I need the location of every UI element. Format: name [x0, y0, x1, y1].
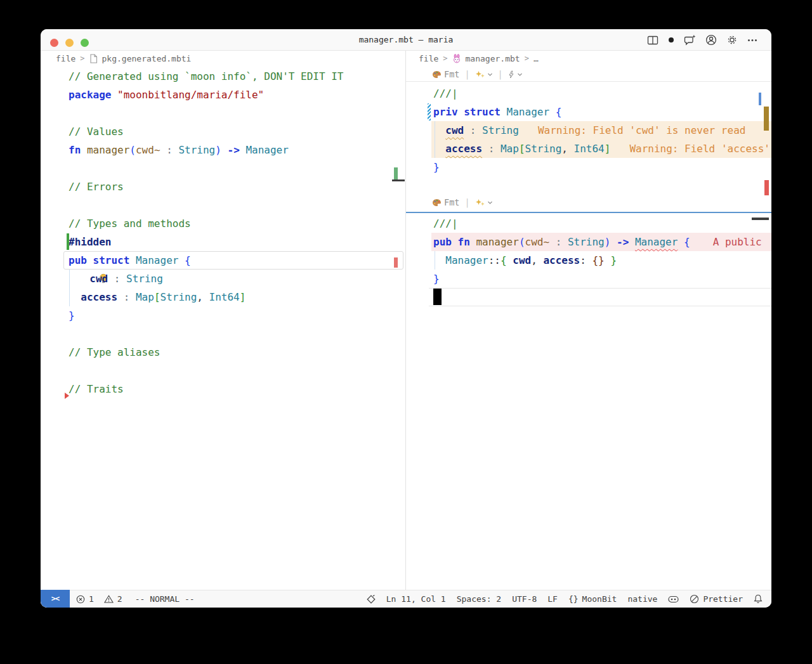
code-token: )	[215, 144, 221, 156]
code-token: // Traits	[69, 383, 124, 395]
code-line[interactable]: pub struct Manager {	[41, 251, 405, 270]
code-line[interactable]	[41, 325, 405, 343]
code-line[interactable]: }	[406, 158, 771, 176]
breadcrumb-file[interactable]: pkg.generated.mbti	[102, 54, 192, 63]
code-token: {}	[592, 254, 604, 266]
target-indicator[interactable]: native	[627, 594, 657, 604]
settings-gear-icon[interactable]	[726, 34, 738, 46]
gutter-arrow-marker	[65, 393, 69, 399]
code-line[interactable]	[41, 361, 405, 380]
codelens-bolt-button[interactable]	[508, 70, 523, 79]
code-line[interactable]: pub fn manager(cwd~ : String) -> Manager…	[406, 233, 771, 251]
code-line[interactable]: // Traits	[41, 380, 405, 398]
warning-triangle-icon	[104, 595, 114, 603]
code-line[interactable]: // Type aliases	[41, 343, 405, 361]
codelens-fmt-button[interactable]: Fmt	[432, 69, 459, 79]
eol-indicator[interactable]: LF	[547, 594, 558, 604]
line-col-indicator[interactable]: Ln 11, Col 1	[386, 594, 446, 604]
code-line[interactable]: cwd : StringWarning: Field 'cwd' is neve…	[406, 121, 771, 140]
code-line[interactable]: package "moonbitlang/maria/file"	[41, 86, 405, 104]
code-line[interactable]	[41, 196, 405, 214]
encoding-indicator[interactable]: UTF-8	[512, 594, 537, 604]
problems-indicator[interactable]: 1 2	[76, 594, 122, 604]
copilot-icon[interactable]	[668, 595, 679, 604]
breadcrumb-root[interactable]: file	[419, 54, 438, 63]
record-dot-icon[interactable]	[668, 37, 674, 43]
formatter-indicator[interactable]: Prettier	[690, 594, 743, 604]
breadcrumb-symbol-more[interactable]: …	[534, 54, 539, 63]
code-token: {	[549, 106, 561, 118]
codelens-separator: |	[464, 197, 469, 207]
codelens-separator: |	[464, 69, 469, 79]
code-line[interactable]: fn manager(cwd~ : String) -> Manager	[41, 141, 405, 159]
editor-pane-right[interactable]: file > manager.mbt > … Fmt||///|priv str…	[406, 51, 771, 590]
code-token: (	[129, 144, 136, 156]
split-editor-icon[interactable]	[647, 35, 658, 46]
overview-error-marker	[394, 257, 398, 268]
codelens-fmt-button[interactable]: Fmt	[432, 197, 459, 207]
code-line[interactable]: ///|	[406, 214, 771, 233]
code-token: :	[108, 273, 126, 285]
code-token: ->	[610, 236, 635, 248]
code-token: fn	[69, 144, 87, 156]
inline-warning-message: Warning: Field 'cwd' is never read	[538, 124, 746, 136]
code-line[interactable]: // Values	[41, 122, 405, 141]
code-token: ]	[240, 291, 246, 303]
code-token: package	[69, 89, 117, 101]
code-token: }	[69, 309, 75, 322]
code-line[interactable]: // Errors	[41, 178, 405, 196]
app-window: manager.mbt — maria file > pkg.generated…	[41, 29, 771, 608]
bell-icon[interactable]	[754, 594, 763, 604]
code-token: String	[482, 124, 519, 136]
code-token: // Values	[69, 126, 124, 138]
moonbit-rabbit-icon	[452, 54, 461, 63]
code-token: access	[445, 143, 482, 155]
chat-sparkle-icon[interactable]	[684, 35, 696, 46]
code-line[interactable]: access : Map[String, Int64]Warning: Fiel…	[406, 140, 771, 158]
code-line[interactable]	[41, 104, 405, 122]
more-ellipsis-icon[interactable]	[747, 39, 757, 42]
code-token: Int64	[574, 143, 605, 155]
code-token: priv struct	[433, 106, 507, 118]
account-icon[interactable]	[705, 34, 717, 46]
vim-mode[interactable]: -- NORMAL --	[135, 594, 195, 604]
code-line[interactable]	[406, 288, 771, 306]
codelens-row: Fmt||	[406, 67, 771, 82]
gutter-added-bar	[67, 233, 69, 250]
overview-added-marker	[394, 167, 398, 179]
title-bar: manager.mbt — maria	[41, 29, 771, 51]
breadcrumb: file > manager.mbt > …	[406, 51, 771, 66]
code-line[interactable]: // Generated using `moon info`, DON'T ED…	[41, 67, 405, 86]
code-token: {	[178, 254, 190, 266]
language-indicator[interactable]: {} MoonBit	[568, 594, 617, 604]
code-line[interactable]	[41, 159, 405, 178]
code-token: }	[605, 254, 617, 266]
error-count: 1	[89, 594, 94, 604]
codelens-sparkles-button[interactable]	[475, 70, 493, 79]
code-line[interactable]: access : Map[String, Int64]	[41, 288, 405, 306]
code-token: }	[433, 273, 440, 285]
code-line[interactable]: Manager::{ cwd, access: {} }	[406, 251, 771, 270]
remote-indicator[interactable]: ><	[41, 590, 70, 608]
code-line[interactable]: // Types and methods	[41, 214, 405, 233]
code-line[interactable]: }	[406, 270, 771, 288]
code-line[interactable]: }	[41, 306, 405, 325]
code-line[interactable]: #hidden	[41, 233, 405, 251]
code-token: String	[160, 291, 197, 303]
code-line[interactable]: priv struct Manager {	[406, 103, 771, 121]
indentation-indicator[interactable]: Spaces: 2	[457, 594, 501, 604]
codelens-sparkles-button[interactable]	[475, 199, 493, 207]
breadcrumb: file > pkg.generated.mbti	[41, 51, 405, 66]
code-line[interactable]: cwd : String	[41, 270, 405, 288]
code-token: ///|	[433, 218, 458, 230]
indent-guide	[69, 270, 70, 288]
code-line[interactable]: ///|	[406, 84, 771, 103]
status-bar: >< 1 2 -- NORMAL -- Ln 11, Col 1 Spaces:…	[41, 590, 771, 608]
code-token: :	[580, 254, 592, 266]
editor-pane-left[interactable]: file > pkg.generated.mbti // Generated u…	[41, 51, 406, 590]
ink-icon[interactable]	[367, 595, 376, 604]
code-token: cwd	[89, 273, 108, 285]
code-token: {	[678, 236, 690, 248]
breadcrumb-root[interactable]: file	[56, 54, 75, 63]
breadcrumb-file[interactable]: manager.mbt	[466, 54, 520, 63]
